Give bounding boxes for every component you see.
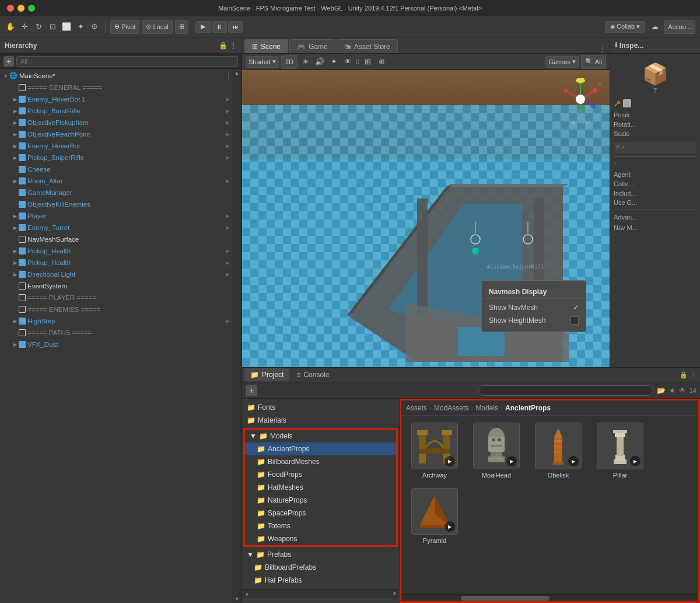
settings-icon[interactable]: ⋮ [225, 72, 232, 80]
play-button[interactable]: ▶ [195, 21, 211, 33]
scale-tool-icon[interactable]: ⊡ [47, 21, 58, 33]
ft-item-fonts[interactable]: 📁 Fonts [242, 401, 399, 414]
asset-play-btn-pillar[interactable]: ▶ [630, 456, 640, 466]
ft-item-prefabs[interactable]: ▼ 📁 Prefabs [242, 548, 399, 561]
hand-tool-icon[interactable]: ✋ [5, 21, 16, 33]
hierarchy-item-mainscene[interactable]: ▼ 🌐 MainScene* ⋮ [0, 70, 232, 82]
traffic-lights[interactable] [7, 5, 35, 12]
move-tool-icon[interactable]: ✛ [19, 21, 30, 33]
hierarchy-item-eventsystem[interactable]: EventSystem [0, 280, 232, 292]
hierarchy-item-pickup-sniperrifle[interactable]: ▶ Pickup_SniperRifle ▶ [0, 152, 232, 163]
star-icon[interactable]: ★ [669, 386, 676, 395]
asset-play-btn-pyramid[interactable]: ▶ [444, 521, 455, 532]
asset-play-btn-obelisk[interactable]: ▶ [568, 456, 579, 466]
pause-button[interactable]: ⏸ [212, 21, 227, 33]
transform-tool-icon[interactable]: ⚙ [89, 21, 100, 33]
project-tab[interactable]: 📁 Project [244, 368, 289, 381]
hierarchy-item-objectivereachpoint[interactable]: ▶ ObjectiveReachPoint ▶ [0, 128, 232, 140]
grid-overlay-icon[interactable]: ⊞ [362, 56, 373, 68]
hierarchy-item-enemy-turret[interactable]: ▶ Enemy_Turret ▶ [0, 222, 232, 233]
hierarchy-item-enemy-hoverbot1[interactable]: ▶ Enemy_HoverBot 1 ▶ [0, 93, 232, 105]
ft-item-billboardprefabs[interactable]: 📁 BillboardPrefabs [242, 561, 399, 574]
hierarchy-item-player[interactable]: ▶ Player ▶ [0, 210, 232, 222]
heightmesh-checkbox[interactable] [570, 316, 579, 325]
ft-item-weapons[interactable]: 📁 Weapons [245, 532, 396, 545]
scene-tabs-menu-icon[interactable]: ⋮ [596, 45, 610, 53]
lock-icon[interactable]: 🔒 [219, 41, 228, 50]
ft-item-materials[interactable]: 📁 Materials [242, 414, 399, 427]
misc-icon[interactable]: ⊕ [376, 56, 387, 68]
ft-item-natureprops[interactable]: 📁 NatureProps [245, 494, 396, 507]
asset-item-moaihead[interactable]: ▶ MoaiHead [470, 423, 523, 479]
asset-scrollbar-thumb[interactable] [461, 596, 550, 601]
hierarchy-separator-paths[interactable]: ===== PATHS ===== [0, 327, 232, 339]
hierarchy-item-navmeshsurface[interactable]: NavMeshSurface [0, 233, 232, 245]
effects-icon[interactable]: ✦ [328, 56, 340, 68]
ft-item-hatprefabs[interactable]: 📁 Hat Prefabs [242, 574, 399, 587]
hierarchy-item-pickup-burstrifle[interactable]: ▶ Pickup_BurstRifle ▶ [0, 105, 232, 117]
hierarchy-item-objectivekillenemies[interactable]: ObjectiveKillEnemies [0, 198, 232, 210]
hierarchy-item-vfx-dust[interactable]: ▶ VFX_Dust [0, 339, 232, 350]
hierarchy-item-pickup-health-1[interactable]: ▶ Pickup_Health ▶ [0, 245, 232, 257]
hierarchy-separator-general[interactable]: ===== GENERAL ===== [0, 82, 232, 93]
eye-icon[interactable]: 👁 [679, 386, 686, 395]
hierarchy-menu-icon[interactable]: ⋮ [230, 41, 237, 50]
pivot-button[interactable]: ⊕ Pivot [110, 20, 139, 34]
scroll-up-filetree-icon[interactable]: ▲ [244, 591, 250, 597]
hierarchy-separator-player[interactable]: ===== PLAYER ===== [0, 292, 232, 304]
scene-tab[interactable]: ⊞ Scene [244, 39, 288, 53]
asset-store-tab[interactable]: 🛍 Asset Store [337, 39, 398, 53]
minimize-button[interactable] [18, 5, 24, 12]
hierarchy-item-highstep[interactable]: ▶ HighStep ▶ [0, 315, 232, 327]
lighting-icon[interactable]: ☀ [300, 56, 312, 68]
account-button[interactable]: Accou... [664, 20, 695, 34]
show-heightmesh-item[interactable]: Show HeightMesh [482, 314, 586, 327]
ft-item-hatmeshes[interactable]: 📁 HatMeshes [245, 481, 396, 494]
hierarchy-add-button[interactable]: + [4, 56, 14, 67]
breadcrumb-models[interactable]: Models [475, 404, 498, 412]
collab-button[interactable]: ◈ Collab ▾ [605, 21, 645, 33]
2d-button[interactable]: 2D [281, 55, 298, 69]
rotate-tool-icon[interactable]: ↻ [33, 21, 44, 33]
project-add-button[interactable]: + [246, 385, 257, 396]
step-button[interactable]: ⏭ [228, 21, 243, 33]
hierarchy-item-objectivepickupitem[interactable]: ▶ ObjectivePickupItem ▶ [0, 117, 232, 128]
asset-item-obelisk[interactable]: ▶ Obelisk [532, 423, 584, 479]
asset-play-btn-archway[interactable]: ▶ [444, 456, 455, 466]
scene-viewport[interactable]: mission:SniperKill Navmesh Display Show … [242, 70, 610, 367]
scene-gizmo[interactable]: × ◀ Persp [557, 76, 604, 123]
visibility-icon[interactable]: 👁 [342, 56, 354, 68]
show-navmesh-item[interactable]: Show NavMesh ✓ [482, 301, 586, 314]
lock-icon-project[interactable]: 🔒 [680, 371, 688, 379]
ft-item-totems[interactable]: 📁 Totems [245, 520, 396, 532]
hierarchy-search-input[interactable] [16, 56, 238, 67]
asset-item-pillar[interactable]: ▶ Pillar [594, 423, 646, 479]
scroll-down-icon[interactable]: ▼ [235, 596, 240, 602]
hierarchy-item-gamemanager[interactable]: GameManager [0, 187, 232, 198]
ft-item-spaceprops[interactable]: 📁 SpaceProps [245, 507, 396, 520]
asset-item-archway[interactable]: ▶ Archway [408, 423, 461, 479]
gizmos-dropdown[interactable]: Gizmos ▾ [545, 56, 578, 68]
folders-icon[interactable]: 📂 [657, 386, 666, 395]
game-tab[interactable]: 🎮 Game [289, 39, 335, 53]
scroll-up-icon[interactable]: ▲ [235, 70, 240, 76]
project-menu-icon[interactable]: ⋮ [690, 371, 696, 379]
hierarchy-item-room-altar[interactable]: ▶ Room_Altar ▶ [0, 175, 232, 187]
shading-dropdown[interactable]: Shaded ▾ [246, 56, 279, 68]
rect-tool-icon[interactable]: ⬜ [61, 21, 72, 33]
local-button[interactable]: ⊙ Local [142, 20, 172, 34]
breadcrumb-assets[interactable]: Assets [406, 404, 427, 412]
ft-item-billboardmeshes[interactable]: 📁 BillboardMeshes [245, 455, 396, 468]
ft-item-foodprops[interactable]: 📁 FoodProps [245, 468, 396, 481]
audio-icon[interactable]: 🔊 [314, 56, 326, 68]
multi-tool-icon[interactable]: ✦ [75, 21, 86, 33]
hierarchy-item-pickup-health-2[interactable]: ▶ Pickup_Health ▶ [0, 257, 232, 269]
close-button[interactable] [7, 5, 14, 12]
ft-item-ancientprops[interactable]: 📁 AncientProps [245, 442, 396, 455]
grid-button[interactable]: ⊞ [175, 20, 188, 34]
cloud-icon[interactable]: ☁ [649, 21, 660, 33]
console-tab[interactable]: ≡ Console [290, 368, 335, 381]
breadcrumb-modassets[interactable]: ModAssets [434, 404, 468, 412]
asset-play-btn-moaihead[interactable]: ▶ [506, 456, 517, 466]
scroll-down-filetree-icon[interactable]: ▼ [392, 591, 397, 597]
